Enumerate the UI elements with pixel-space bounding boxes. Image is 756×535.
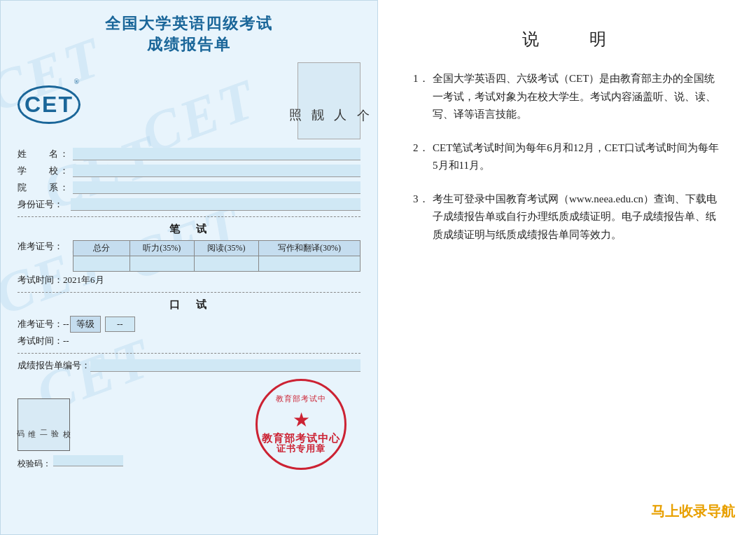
report-no-row: 成绩报告单编号：: [18, 359, 360, 372]
oral-time-row: 考试时间：--: [18, 335, 360, 347]
cert-title-line2: 成绩报告单: [18, 34, 360, 55]
oral-grade-label: 等级: [70, 316, 101, 333]
exam-time-value: 2021年6月: [63, 275, 104, 285]
score-reading: [194, 256, 258, 272]
score-header-reading: 阅读(35%): [194, 241, 258, 256]
footer-brand: 马上收录导航: [651, 502, 735, 521]
qr-section: 校验二维码 校验码：: [18, 398, 123, 470]
score-header-writing: 写作和翻译(30%): [259, 241, 360, 256]
explanation-item-2: 2． CET笔试考试时间为每年6月和12月，CET口试考试时间为每年5月和11月…: [413, 139, 721, 175]
qr-box: 校验二维码: [18, 398, 70, 451]
verify-value: [53, 455, 123, 466]
score-section: 准考证号： 总分 听力(35%) 阅读(35%) 写作和翻译(30%): [18, 240, 360, 286]
oral-admission-label: 准考证号：--: [18, 318, 70, 331]
cet-logo-text: CET: [24, 92, 74, 118]
oral-time-label: 考试时间：--: [18, 335, 70, 347]
registered-symbol: ®: [74, 78, 79, 85]
report-no-label: 成绩报告单编号：: [18, 359, 90, 372]
admission-label-written: 准考证号：: [18, 240, 70, 253]
school-field-row: 学 校：: [18, 165, 360, 177]
score-header-listening: 听力(35%): [130, 241, 194, 256]
item-number-1: 1．: [413, 70, 433, 124]
written-exam-time: 考试时间：2021年6月: [18, 274, 360, 286]
certificate-panel: CET CET CET CET CET CET 全国大学英语四级考试 成绩报告单…: [0, 0, 378, 535]
score-listening: [130, 256, 194, 272]
score-writing: [259, 256, 360, 272]
oral-section-header: 口 试: [18, 298, 360, 312]
cet-logo: ® CET: [18, 78, 80, 124]
dept-value: [73, 181, 360, 194]
bottom-row: 校验二维码 校验码： 教育部考试中 ★ 教育部考试中心 证书专用章: [18, 379, 360, 470]
id-value: [71, 198, 360, 211]
official-seal: 教育部考试中 ★ 教育部考试中心 证书专用章: [255, 379, 346, 470]
cert-header: 全国大学英语四级考试 成绩报告单: [18, 13, 360, 55]
school-label: 学 校：: [18, 165, 70, 177]
divider-2: [18, 292, 360, 293]
id-field-row: 身份证号：: [18, 198, 360, 211]
seal-star: ★: [293, 408, 310, 431]
item-text-2: CET笔试考试时间为每年6月和12月，CET口试考试时间为每年5月和11月。: [433, 139, 721, 175]
school-value: [73, 165, 360, 177]
item-number-2: 2．: [413, 139, 433, 175]
cet-logo-oval: CET: [18, 85, 80, 124]
seal-top-text: 教育部考试中: [276, 394, 326, 404]
written-section-header: 笔 试: [18, 223, 360, 236]
cert-title-line1: 全国大学英语四级考试: [18, 13, 360, 34]
name-label: 姓 名：: [18, 148, 70, 160]
divider-1: [18, 216, 360, 217]
item-number-3: 3．: [413, 190, 433, 244]
verify-row: 校验码：: [18, 455, 123, 470]
score-table: 总分 听力(35%) 阅读(35%) 写作和翻译(30%): [73, 240, 360, 272]
item-text-1: 全国大学英语四、六级考试（CET）是由教育部主办的全国统一考试，考试对象为在校大…: [433, 70, 721, 124]
dept-label: 院 系：: [18, 181, 70, 194]
qr-label-text: 校验二维码: [15, 424, 73, 426]
divider-3: [18, 353, 360, 354]
explanation-list: 1． 全国大学英语四、六级考试（CET）是由教育部主办的全国统一考试，考试对象为…: [413, 70, 721, 244]
exam-time-label: 考试时间：: [18, 275, 63, 285]
report-no-value: [90, 359, 360, 372]
explanation-item-1: 1． 全国大学英语四、六级考试（CET）是由教育部主办的全国统一考试，考试对象为…: [413, 70, 721, 124]
department-field-row: 院 系：: [18, 181, 360, 194]
name-value: [73, 148, 360, 160]
logo-photo-row: ® CET 个人靓照: [18, 62, 360, 139]
photo-label: 个人靓照: [284, 99, 374, 103]
explanation-panel: 说 明 1． 全国大学英语四、六级考试（CET）是由教育部主办的全国统一考试，考…: [378, 0, 756, 535]
score-total: [74, 256, 130, 272]
name-field-row: 姓 名：: [18, 148, 360, 160]
seal-bottom-text: 证书专用章: [276, 443, 326, 455]
seal-container: 教育部考试中 ★ 教育部考试中心 证书专用章: [255, 379, 346, 470]
score-header-total: 总分: [74, 241, 130, 256]
photo-box: 个人靓照: [298, 62, 360, 139]
certificate-content: 全国大学英语四级考试 成绩报告单 ® CET 个人靓照 姓 名： 学 校：: [18, 13, 360, 470]
score-row-admission: 准考证号： 总分 听力(35%) 阅读(35%) 写作和翻译(30%): [18, 240, 360, 272]
explanation-item-3: 3． 考生可登录中国教育考试网（www.neea.edu.cn）查询、下载电子成…: [413, 190, 721, 244]
verify-label: 校验码：: [18, 459, 51, 468]
id-label: 身份证号：: [18, 198, 68, 211]
oral-grade-value: --: [105, 317, 135, 332]
explanation-title: 说 明: [413, 28, 721, 50]
item-text-3: 考生可登录中国教育考试网（www.neea.edu.cn）查询、下载电子成绩报告…: [433, 190, 721, 244]
oral-admission-row: 准考证号：-- 等级 --: [18, 316, 360, 333]
